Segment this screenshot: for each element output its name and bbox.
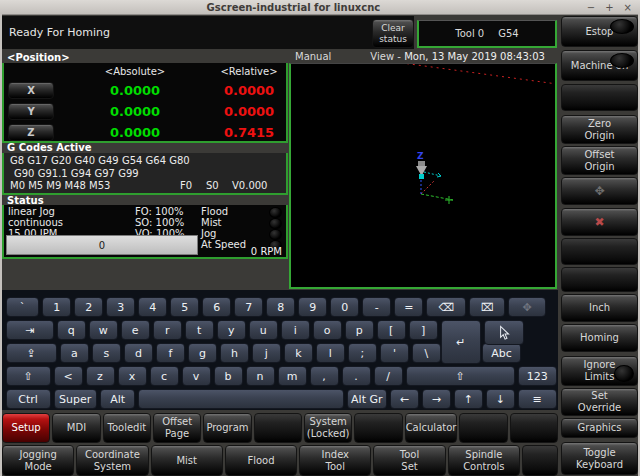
key-7[interactable]: 7 (234, 297, 263, 317)
axis-z-button[interactable]: Z (8, 124, 54, 141)
jogging-mode-button[interactable]: JoggingMode (2, 445, 74, 476)
key-j[interactable]: j (252, 343, 281, 363)
key-a[interactable]: a (60, 343, 89, 363)
mist-button[interactable]: Mist (151, 445, 223, 476)
offset-page-button[interactable]: OffsetPage (153, 413, 201, 443)
key-n[interactable]: n (246, 366, 275, 386)
key-r[interactable]: r (153, 320, 182, 340)
index-tool-button[interactable]: IndexTool (299, 445, 371, 476)
key-y[interactable]: y (217, 320, 246, 340)
arrow-down-key[interactable]: ↓ (486, 389, 515, 409)
key-4[interactable]: 4 (138, 297, 167, 317)
key-8[interactable]: 8 (266, 297, 295, 317)
sidebar-machine-on-button[interactable]: Machine on (561, 50, 638, 81)
caps-lock-key[interactable]: ⇪ (6, 343, 57, 363)
key-period[interactable]: . (342, 366, 371, 386)
key-f[interactable]: f (156, 343, 185, 363)
ctrl-key[interactable]: Ctrl (6, 389, 51, 409)
key-semicolon[interactable]: ; (348, 343, 377, 363)
setup-button[interactable]: Setup (2, 413, 50, 443)
space-key[interactable] (138, 389, 343, 409)
sidebar-estop-button[interactable]: Estop (561, 16, 638, 47)
coordinate-system-button[interactable]: CoordinateSystem (76, 445, 148, 476)
gremlin-preview[interactable]: Z (289, 63, 557, 289)
key-i[interactable]: i (281, 320, 310, 340)
shift-left-key[interactable]: ⇧ (6, 366, 51, 386)
key-v[interactable]: v (182, 366, 211, 386)
key-u[interactable]: u (249, 320, 278, 340)
move-key[interactable]: ✥ (508, 297, 547, 317)
super-key[interactable]: Super (54, 389, 97, 409)
sidebar-unhome-button[interactable]: ✖ (561, 208, 638, 236)
key-3[interactable]: 3 (106, 297, 135, 317)
key-t[interactable]: t (185, 320, 214, 340)
enter-key[interactable]: ↵ (441, 320, 481, 364)
blank-e-button[interactable] (522, 445, 558, 476)
shift-right-key[interactable]: ⇧ (406, 366, 515, 386)
jog-speed-progressbar[interactable]: 0 (6, 235, 198, 255)
tool-set-button[interactable]: ToolSet (373, 445, 445, 476)
sidebar-offset-origin-button[interactable]: OffsetOrigin (561, 146, 638, 175)
flood-button[interactable]: Flood (225, 445, 297, 476)
pointer-key[interactable] (484, 320, 524, 345)
key-9[interactable]: 9 (298, 297, 327, 317)
blank-c-button[interactable] (459, 413, 507, 443)
key-backslash[interactable]: \ (412, 343, 441, 363)
sidebar-zero-origin-button[interactable]: ZeroOrigin (561, 115, 638, 144)
arrow-up-key[interactable]: ↑ (454, 389, 483, 409)
key-x[interactable]: x (118, 366, 147, 386)
key-5[interactable]: 5 (170, 297, 199, 317)
calculator-button[interactable]: Calculator (405, 413, 458, 443)
numeric-layout-key[interactable]: 123 (518, 366, 557, 386)
key-2[interactable]: 2 (74, 297, 103, 317)
key-g[interactable]: g (188, 343, 217, 363)
key-quote[interactable]: ' (380, 343, 409, 363)
abc-key[interactable]: Abc (482, 343, 521, 363)
key-d[interactable]: d (124, 343, 153, 363)
clear-status-button[interactable]: Clear status (372, 19, 414, 48)
key-h[interactable]: h (220, 343, 249, 363)
menu-key[interactable]: ≡ (518, 389, 557, 409)
blank-b-button[interactable] (354, 413, 402, 443)
key-w[interactable]: w (89, 320, 118, 340)
sidebar-set-override-button[interactable]: SetOverride (561, 388, 638, 416)
delete-key[interactable]: ⌧ (469, 297, 504, 317)
sidebar-blank-3-button[interactable] (561, 267, 638, 292)
key-backtick[interactable]: ` (6, 297, 40, 317)
tooledit-button[interactable]: Tooledit (103, 413, 151, 443)
key-1[interactable]: 1 (42, 297, 71, 317)
program-button[interactable]: Program (203, 413, 251, 443)
key-k[interactable]: k (284, 343, 313, 363)
key-less-than[interactable]: < (54, 366, 83, 386)
key-s[interactable]: s (92, 343, 121, 363)
key-bracket-right[interactable]: ] (409, 320, 438, 340)
arrow-right-key[interactable]: → (422, 389, 451, 409)
key-0[interactable]: 0 (330, 297, 359, 317)
mdi-button[interactable]: MDI (52, 413, 100, 443)
sidebar-blank-1-button[interactable] (561, 84, 638, 111)
system-locked-button[interactable]: System(Locked) (304, 413, 352, 443)
key-z[interactable]: z (86, 366, 115, 386)
key-q[interactable]: q (57, 320, 86, 340)
key-bracket-left[interactable]: [ (377, 320, 406, 340)
spindle-controls-button[interactable]: SpindleControls (448, 445, 520, 476)
sidebar-homing-button[interactable]: Homing (561, 324, 638, 352)
axis-x-button[interactable]: X (8, 82, 54, 99)
key-equals[interactable]: = (394, 297, 423, 317)
tab-key[interactable]: ⇥ (6, 320, 54, 340)
sidebar-inch-button[interactable]: Inch (561, 294, 638, 322)
arrow-left-key[interactable]: ← (390, 389, 419, 409)
key-e[interactable]: e (121, 320, 150, 340)
blank-a-button[interactable] (254, 413, 302, 443)
axis-y-button[interactable]: Y (8, 103, 54, 120)
key-6[interactable]: 6 (202, 297, 231, 317)
sidebar-ignore-limits-button[interactable]: IgnoreLimits (561, 356, 638, 386)
key-o[interactable]: o (313, 320, 342, 340)
key-minus[interactable]: - (362, 297, 391, 317)
key-c[interactable]: c (150, 366, 179, 386)
sidebar-blank-2-button[interactable] (561, 238, 638, 265)
alt-key[interactable]: Alt (100, 389, 135, 409)
sidebar-toggle-keyboard-button[interactable]: ToggleKeyboard (561, 442, 638, 475)
blank-d-button[interactable] (510, 413, 558, 443)
key-comma[interactable]: , (310, 366, 339, 386)
